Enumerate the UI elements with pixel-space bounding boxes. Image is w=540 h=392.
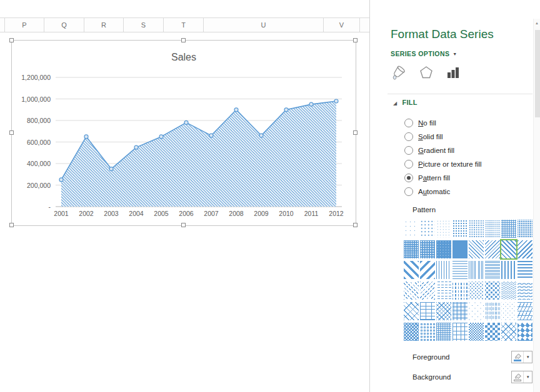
- y-axis-tick-label: 1,000,000: [12, 95, 51, 104]
- column-header-r[interactable]: R: [84, 18, 124, 32]
- pattern-swatch-wide-upward-diagonal[interactable]: [420, 261, 435, 279]
- chart-selection-handle[interactable]: [9, 38, 14, 42]
- tab-series-options[interactable]: [442, 63, 464, 84]
- y-axis-tick-label: -: [12, 202, 51, 211]
- chart-selection-handle[interactable]: [181, 38, 186, 42]
- tab-fill-and-line[interactable]: [389, 63, 410, 84]
- pattern-swatch-dark-horizontal[interactable]: [518, 261, 532, 279]
- fill-option-label: No fill: [418, 119, 436, 127]
- fill-option-automatic[interactable]: Automatic: [404, 185, 482, 198]
- chart-object[interactable]: Sales -200,000400,000600,000800,0001,000…: [11, 40, 356, 226]
- pattern-swatch-light-horizontal[interactable]: [452, 261, 468, 279]
- column-header-s[interactable]: S: [124, 18, 164, 32]
- background-color-button[interactable]: ▼: [511, 371, 532, 383]
- pattern-swatch-large-checker-board[interactable]: [485, 323, 500, 341]
- pattern-swatch-light-vertical[interactable]: [436, 261, 451, 279]
- pattern-swatch-dashed-vertical[interactable]: [452, 282, 468, 300]
- pattern-swatch-40pct[interactable]: [485, 220, 500, 238]
- pattern-swatch-small-grid[interactable]: [436, 323, 451, 341]
- fill-option-solid-fill[interactable]: Solid fill: [404, 130, 482, 144]
- y-axis-tick-label: 400,000: [12, 159, 51, 168]
- chart-selection-handle[interactable]: [9, 130, 14, 135]
- pattern-swatch-plaid[interactable]: [452, 302, 468, 320]
- pattern-swatch-zigzag[interactable]: [501, 282, 516, 300]
- fill-option-picture-or-texture-fill[interactable]: Picture or texture fill: [404, 157, 482, 171]
- column-header-p[interactable]: P: [5, 18, 44, 32]
- pattern-swatch-small-confetti[interactable]: [469, 282, 484, 300]
- pattern-swatch-90pct[interactable]: [452, 240, 468, 258]
- radio-icon[interactable]: [404, 187, 413, 196]
- pattern-swatch-outlined-diamond[interactable]: [501, 323, 516, 341]
- pane-scrollbar[interactable]: ▲: [533, 19, 540, 392]
- radio-icon[interactable]: [404, 132, 413, 141]
- pattern-swatch-20pct[interactable]: [436, 220, 451, 238]
- pattern-swatch-10pct[interactable]: [420, 220, 435, 238]
- series-options-dropdown[interactable]: SERIES OPTIONS▼: [391, 50, 458, 57]
- fill-option-pattern-fill[interactable]: Pattern fill: [404, 171, 482, 185]
- tab-effects[interactable]: [416, 63, 437, 84]
- x-axis-tick-label: 2004: [124, 210, 149, 217]
- pattern-swatch-sphere[interactable]: [420, 323, 435, 341]
- pattern-swatch-dashed-horizontal[interactable]: [436, 282, 451, 300]
- fill-option-no-fill[interactable]: No fill: [404, 116, 482, 130]
- pattern-swatch-trellis[interactable]: [404, 323, 419, 341]
- column-header-v[interactable]: V: [324, 18, 360, 32]
- chevron-down-icon: ▼: [523, 351, 532, 363]
- pattern-swatch-80pct[interactable]: [436, 240, 451, 258]
- chart-selection-handle[interactable]: [353, 38, 358, 42]
- pattern-swatch-dashed-upward-diagonal[interactable]: [420, 282, 435, 300]
- pattern-swatch-5pct[interactable]: [404, 220, 419, 238]
- pattern-swatch-horizontal-brick[interactable]: [420, 302, 435, 320]
- chart-selection-handle[interactable]: [353, 130, 358, 135]
- pattern-swatch-diagonal-brick[interactable]: [404, 302, 419, 320]
- pattern-swatch-large-grid[interactable]: [452, 323, 468, 341]
- pattern-swatch-wide-downward-diagonal[interactable]: [404, 261, 419, 279]
- chart-plot-area[interactable]: [12, 41, 356, 228]
- pattern-swatch-solid-diamond[interactable]: [518, 323, 532, 341]
- radio-icon[interactable]: [404, 160, 413, 169]
- foreground-label: Foreground: [412, 353, 449, 361]
- x-axis-tick-label: 2003: [99, 210, 124, 217]
- pattern-swatch-light-upward-diagonal[interactable]: [485, 240, 500, 258]
- pattern-swatch-narrow-vertical[interactable]: [469, 261, 484, 279]
- pattern-swatch-narrow-horizontal[interactable]: [485, 261, 500, 279]
- pattern-swatch-dashed-downward-diagonal[interactable]: [404, 282, 419, 300]
- pattern-swatch-75pct[interactable]: [420, 240, 435, 258]
- chart-selection-handle[interactable]: [353, 223, 358, 227]
- column-header-stub: [0, 18, 5, 32]
- pattern-swatch-dark-upward-diagonal[interactable]: [518, 240, 532, 258]
- scrollbar-thumb[interactable]: [535, 30, 540, 117]
- radio-icon[interactable]: [404, 119, 413, 127]
- pattern-swatch-light-downward-diagonal[interactable]: [469, 240, 484, 258]
- pattern-swatch-dark-vertical[interactable]: [501, 261, 516, 279]
- column-header-q[interactable]: Q: [44, 18, 84, 32]
- chart-selection-handle[interactable]: [9, 223, 14, 227]
- scroll-up-icon[interactable]: ▲: [534, 19, 540, 28]
- pattern-swatch-dotted-grid[interactable]: [485, 302, 500, 320]
- pattern-swatch-dotted-diamond[interactable]: [501, 302, 516, 320]
- fill-section-label: FILL: [402, 99, 417, 106]
- pattern-swatch-dark-downward-diagonal[interactable]: [501, 240, 516, 258]
- chart-selection-handle[interactable]: [181, 223, 186, 227]
- pattern-swatch-large-confetti[interactable]: [485, 282, 500, 300]
- pattern-swatch-wave[interactable]: [518, 282, 532, 300]
- x-axis-tick-label: 2009: [249, 210, 274, 217]
- pattern-swatch-weave[interactable]: [436, 302, 451, 320]
- radio-icon[interactable]: [404, 146, 413, 155]
- pattern-swatch-30pct[interactable]: [469, 220, 484, 238]
- paint-bucket-icon: [390, 64, 409, 84]
- pattern-swatch-small-checker-board[interactable]: [469, 323, 484, 341]
- column-header-t[interactable]: T: [164, 18, 204, 32]
- pattern-swatch-50pct[interactable]: [501, 220, 516, 238]
- foreground-color-bar: [514, 360, 521, 361]
- pattern-swatch-70pct[interactable]: [404, 240, 419, 258]
- foreground-color-button[interactable]: ▼: [511, 351, 532, 363]
- fill-section-header[interactable]: ◢FILL: [393, 99, 418, 106]
- fill-option-gradient-fill[interactable]: Gradient fill: [404, 144, 482, 157]
- column-header-u[interactable]: U: [204, 18, 324, 32]
- pattern-swatch-25pct[interactable]: [452, 220, 468, 238]
- pattern-swatch-shingle[interactable]: [518, 302, 532, 320]
- pattern-swatch-60pct[interactable]: [518, 220, 532, 238]
- radio-selected-icon[interactable]: [404, 174, 413, 182]
- pattern-swatch-divot[interactable]: [469, 302, 484, 320]
